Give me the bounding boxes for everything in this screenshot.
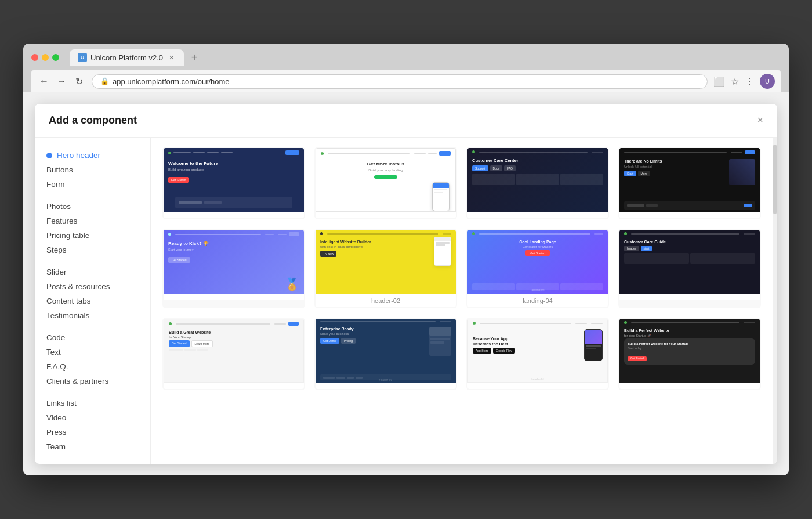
mini-content-5: Ready to Kick? 🏆 Start your journey Get … (164, 239, 304, 265)
mini-content-3: Customer Care Center Support Docs FAQ (467, 156, 608, 188)
component-card-8[interactable]: Customer Care Guide header start (618, 229, 761, 308)
sidebar-label-photos: Photos (46, 202, 71, 211)
sidebar-label-hero-header: Hero header (57, 151, 100, 160)
mini-content-7: Cool Landing Page Generator for Makers G… (467, 237, 608, 260)
sidebar-label-posts-resources: Posts & resources (46, 282, 110, 291)
tab-close-button[interactable]: ✕ (166, 53, 176, 62)
card-label-7: landing-04 (467, 294, 608, 307)
minimize-traffic-light[interactable] (42, 54, 49, 61)
sidebar-item-hero-header[interactable]: Hero header (35, 148, 150, 163)
sidebar-item-form[interactable]: Form (35, 177, 150, 192)
sidebar-item-team[interactable]: Team (35, 439, 150, 454)
component-card-1[interactable]: Welcome to the Future Build amazing prod… (162, 147, 305, 219)
sidebar-label-form: Form (46, 180, 65, 189)
component-card-6[interactable]: Intelligent Website Builder with best-in… (314, 229, 457, 308)
card-label-2 (316, 212, 456, 218)
sidebar-item-contacts[interactable]: Contacts (35, 462, 150, 464)
card-preview-11: Because Your App Deserves the Best App S… (467, 319, 608, 383)
card-preview-2: Get More Installs Build your app landing (316, 148, 456, 212)
user-avatar[interactable]: U (760, 74, 775, 89)
component-card-3[interactable]: Customer Care Center Support Docs FAQ (466, 147, 609, 219)
component-card-12[interactable]: Build a Perfect Website for Your Startup… (618, 318, 761, 390)
mini-nav-8 (619, 230, 760, 237)
card-preview-3: Customer Care Center Support Docs FAQ (467, 148, 608, 212)
card-inner-1: Welcome to the Future Build amazing prod… (164, 148, 304, 212)
sidebar-item-photos[interactable]: Photos (35, 199, 150, 214)
lock-icon: 🔒 (100, 77, 109, 85)
menu-icon[interactable]: ⋮ (745, 76, 754, 87)
card-preview-9: Build a Great Website for Your Startup G… (164, 319, 304, 383)
mini-content-11: Because Your App Deserves the Best App S… (468, 327, 607, 363)
card-label-10 (316, 383, 456, 389)
component-card-9[interactable]: Build a Great Website for Your Startup G… (162, 318, 305, 390)
card-inner-8: Customer Care Guide header start (619, 230, 760, 294)
sidebar-group-5: Links list Video Press Team (35, 396, 150, 454)
component-card-2[interactable]: Get More Installs Build your app landing (314, 147, 457, 219)
modal-title: Add a component (49, 114, 137, 127)
component-card-5[interactable]: Ready to Kick? 🏆 Start your journey Get … (162, 229, 305, 308)
sidebar-item-links-list[interactable]: Links list (35, 396, 150, 410)
sidebar-item-text[interactable]: Text (35, 345, 150, 359)
mini-content-4: There are No Limits Unlock full potentia… (619, 157, 760, 188)
mini-content-8: Customer Care Guide header start (619, 237, 760, 266)
sidebar-label-slider: Slider (46, 268, 67, 276)
sidebar-item-posts-resources[interactable]: Posts & resources (35, 279, 150, 294)
nav-buttons: ← → ↻ (37, 74, 86, 88)
component-grid-area: Welcome to the Future Build amazing prod… (151, 138, 773, 464)
sidebar-label-press: Press (46, 428, 67, 437)
sidebar-item-slider[interactable]: Slider (35, 265, 150, 279)
address-bar: ← → ↻ 🔒 app.unicornplatform.com/our/home… (31, 70, 781, 92)
card-inner-10: Enterprise Ready Scale your business Get… (316, 319, 456, 383)
card-inner-11: Because Your App Deserves the Best App S… (468, 319, 607, 382)
card-preview-4: There are No Limits Unlock full potentia… (619, 148, 760, 212)
mini-nav-5 (164, 230, 304, 239)
sidebar-item-pricing-table[interactable]: Pricing table (35, 228, 150, 243)
refresh-button[interactable]: ↻ (72, 74, 86, 88)
component-card-11[interactable]: Because Your App Deserves the Best App S… (466, 318, 609, 390)
phone-mockup-2 (426, 176, 455, 211)
sidebar-item-video[interactable]: Video (35, 410, 150, 425)
sidebar-group-2: Photos Features Pricing table Steps (35, 199, 150, 257)
mini-nav-6 (316, 230, 456, 237)
close-traffic-light[interactable] (31, 54, 38, 61)
modal-close-button[interactable]: × (757, 114, 763, 127)
url-bar[interactable]: 🔒 app.unicornplatform.com/our/home (92, 74, 708, 89)
browser-content: Add a component × Hero header Buttons (23, 92, 789, 475)
sidebar-item-steps[interactable]: Steps (35, 243, 150, 257)
browser-window: U Unicorn Platform v2.0 ✕ + ← → ↻ 🔒 app.… (23, 44, 789, 475)
active-tab[interactable]: U Unicorn Platform v2.0 ✕ (70, 49, 184, 66)
sidebar-item-testimonials[interactable]: Testimonials (35, 308, 150, 323)
forward-button[interactable]: → (55, 74, 68, 88)
cast-icon[interactable]: ⬜ (713, 76, 725, 87)
divider-1 (35, 195, 150, 196)
maximize-traffic-light[interactable] (52, 54, 59, 61)
new-tab-button[interactable]: + (186, 49, 202, 66)
sidebar-item-buttons[interactable]: Buttons (35, 163, 150, 177)
mini-line-2 (193, 152, 205, 153)
card-label-4 (619, 212, 760, 218)
mini-content-9: Build a Great Website for Your Startup G… (164, 328, 303, 353)
card-inner-12: Build a Perfect Website for Your Startup… (619, 319, 760, 383)
component-card-7[interactable]: Cool Landing Page Generator for Makers G… (466, 229, 609, 308)
bookmark-icon[interactable]: ☆ (731, 76, 739, 87)
sidebar-item-press[interactable]: Press (35, 425, 150, 439)
card-preview-7: Cool Landing Page Generator for Makers G… (467, 230, 608, 294)
component-card-4[interactable]: There are No Limits Unlock full potentia… (618, 147, 761, 219)
component-card-10[interactable]: Enterprise Ready Scale your business Get… (314, 318, 457, 390)
back-button[interactable]: ← (37, 74, 51, 88)
sidebar-item-features[interactable]: Features (35, 214, 150, 228)
scrollbar-track[interactable] (773, 138, 777, 464)
card-preview-12: Build a Perfect Website for Your Startup… (619, 319, 760, 383)
sidebar-label-content-tabs: Content tabs (46, 297, 91, 305)
card-preview-1: Welcome to the Future Build amazing prod… (164, 148, 304, 212)
card-label-1 (164, 212, 304, 218)
scrollbar-thumb[interactable] (773, 145, 777, 214)
sidebar-item-clients-partners[interactable]: Clients & partners (35, 374, 150, 388)
sidebar-item-faq[interactable]: F.A.Q. (35, 359, 150, 374)
divider-4 (35, 392, 150, 392)
sidebar-item-code[interactable]: Code (35, 330, 150, 345)
mini-title-1: Welcome to the Future (168, 161, 299, 166)
sidebar-item-content-tabs[interactable]: Content tabs (35, 294, 150, 308)
component-grid: Welcome to the Future Build amazing prod… (162, 147, 761, 390)
sidebar-label-testimonials: Testimonials (46, 311, 89, 320)
